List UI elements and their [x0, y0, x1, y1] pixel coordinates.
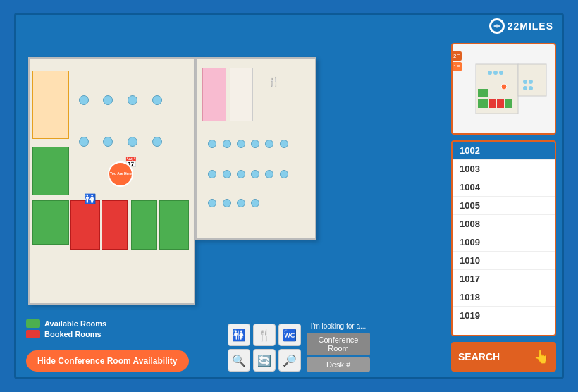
room-id: 1017 [460, 274, 480, 284]
icon-row-top: 🚻 🍴 🚾 [228, 324, 301, 346]
room-list-item[interactable]: 1009 [453, 233, 555, 252]
legend-booked-label: Booked Rooms [44, 330, 102, 338]
desk-5 [79, 137, 89, 147]
room-yellow-1 [32, 71, 68, 139]
legend-booked-box [26, 330, 40, 338]
svg-point-13 [529, 80, 533, 84]
desk-r16 [251, 199, 259, 207]
desk-r6 [280, 140, 288, 148]
restaurant-icon-right: 🍴 [268, 76, 280, 87]
room-list-item[interactable]: 1005 [453, 197, 555, 215]
floorplan-container: 🚻 You Are Here 📅 [22, 43, 326, 324]
room-list-item[interactable]: 1004 [453, 178, 555, 197]
zoom-icon-btn[interactable]: 🔎 [278, 349, 301, 372]
floor-tab-2f[interactable]: 2F [451, 51, 462, 61]
svg-point-14 [523, 86, 527, 90]
svg-point-9 [488, 71, 492, 75]
room-light-1 [230, 68, 254, 122]
svg-point-8 [501, 84, 507, 90]
you-are-here: You Are Here [108, 161, 133, 187]
person-icon-btn[interactable]: 🚻 [228, 324, 250, 346]
desk-r7 [208, 170, 216, 178]
logo-text: 22MILES [508, 20, 553, 32]
search-button-label: SEARCH [458, 351, 500, 362]
desk-r8 [223, 170, 231, 178]
restroom-icon-btn[interactable]: 🚾 [278, 324, 301, 346]
restaurant-icon-btn[interactable]: 🍴 [253, 324, 276, 346]
room-id: 1010 [460, 255, 480, 266]
screen: 22MILES [14, 13, 564, 379]
logo-icon [489, 18, 505, 34]
desk-1 [79, 95, 89, 105]
desk-r3 [237, 140, 245, 148]
desk-option[interactable]: Desk # [307, 357, 370, 372]
room-id: 1005 [460, 200, 480, 211]
room-list-item[interactable]: 1017 [453, 270, 555, 288]
hide-conference-button[interactable]: Hide Conference Room Availability [26, 350, 189, 372]
svg-rect-7 [505, 99, 512, 108]
desk-r13 [208, 199, 216, 207]
svg-rect-6 [497, 99, 504, 108]
legend-booked: Booked Rooms [26, 330, 106, 338]
room-list-item[interactable]: 1010 [453, 252, 555, 270]
right-sidebar: 2F 1F [445, 37, 562, 377]
room-green-2 [32, 200, 68, 244]
room-id: 1019 [460, 310, 480, 321]
svg-rect-2 [518, 64, 546, 96]
desk-r11 [265, 170, 273, 178]
svg-rect-5 [489, 99, 496, 108]
floor-tab-1f[interactable]: 1F [451, 62, 462, 71]
restroom-icon: 🚻 [84, 193, 96, 204]
room-green-3 [131, 200, 157, 249]
svg-point-11 [499, 71, 503, 75]
desk-r2 [223, 140, 231, 148]
desk-2 [103, 95, 113, 105]
mini-map-svg [472, 57, 550, 121]
icons-strip: 🚻 🍴 🚾 🔍 🔄 🔎 [228, 324, 301, 372]
desk-r5 [265, 140, 273, 148]
room-list-item[interactable]: 1002 [453, 142, 555, 160]
room-list-item[interactable]: 1003 [453, 160, 555, 178]
room-list: 1002 1003 1004 1005 1008 1009 1010 1017 … [451, 140, 556, 336]
mini-map: 2F 1F [451, 43, 556, 135]
room-id: 1003 [460, 164, 480, 174]
svg-point-12 [523, 80, 527, 84]
desk-r12 [280, 170, 288, 178]
desk-r1 [208, 140, 216, 148]
conference-room-option[interactable]: Conference Room [307, 333, 370, 355]
floor-right-wing: 🍴 [195, 57, 316, 240]
logo: 22MILES [489, 18, 553, 34]
desk-4 [152, 95, 162, 105]
legend-area: Available Rooms Booked Rooms [26, 319, 106, 338]
top-bar: 22MILES [16, 15, 562, 37]
room-green-1 [32, 147, 68, 195]
floorplan-area: 🚻 You Are Here 📅 [16, 37, 445, 377]
svg-rect-4 [478, 99, 488, 108]
search-options: Conference Room Desk # [307, 333, 370, 372]
legend-available-box [26, 319, 40, 328]
mini-map-content [467, 44, 555, 133]
room-id: 1008 [460, 219, 480, 229]
icon-row-bottom: 🔍 🔄 🔎 [228, 349, 301, 372]
legend-available-label: Available Rooms [44, 319, 106, 328]
floor-tabs: 2F 1F [451, 51, 462, 71]
room-id: 1009 [460, 237, 480, 247]
room-pink-1 [202, 68, 226, 122]
room-list-item[interactable]: 1018 [453, 288, 555, 307]
looking-label: I'm looking for a... [311, 322, 367, 330]
svg-rect-3 [478, 89, 488, 97]
outer-frame: 22MILES [0, 0, 578, 392]
search-button[interactable]: SEARCH 👆 [451, 342, 556, 372]
floor-left-wing: 🚻 You Are Here 📅 [28, 57, 195, 305]
room-list-item[interactable]: 1019 [453, 307, 555, 324]
room-list-item[interactable]: 1008 [453, 215, 555, 233]
desk-3 [128, 95, 137, 105]
search-icon-btn[interactable]: 🔍 [228, 349, 250, 372]
selected-indicator [539, 147, 548, 155]
svg-point-15 [529, 86, 533, 90]
refresh-icon-btn[interactable]: 🔄 [253, 349, 276, 372]
room-red-2 [102, 200, 128, 249]
room-id: 1002 [460, 145, 480, 156]
desk-7 [128, 137, 137, 147]
room-red-1 [70, 200, 100, 249]
